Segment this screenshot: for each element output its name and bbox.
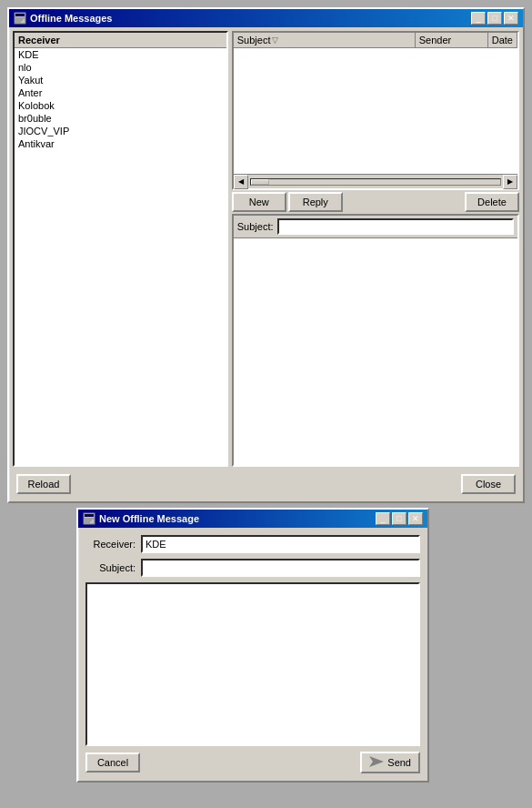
list-item[interactable]: br0uble [15, 112, 226, 125]
list-item[interactable]: Kolobok [15, 99, 226, 112]
dialog-minimize-button[interactable]: _ [376, 512, 390, 525]
dialog-window-icon [83, 512, 95, 525]
scroll-right-button[interactable]: ▶ [503, 175, 517, 189]
send-button-label: Send [387, 757, 411, 768]
main-titlebar-controls: _ □ ✕ [471, 12, 518, 25]
subject-label: Subject: [237, 221, 274, 232]
messages-table-container: Subject ▽ Sender Date ◀ [232, 31, 519, 190]
dialog-content: Receiver: Subject: Cancel Send [78, 528, 427, 781]
main-titlebar: Offline Messages _ □ ✕ [9, 9, 523, 27]
dialog-message-textarea[interactable] [85, 582, 420, 746]
svg-rect-1 [15, 14, 25, 16]
receiver-label: Receiver: [85, 539, 136, 550]
subject-row: Subject: [234, 216, 517, 238]
sender-header-label: Sender [419, 35, 451, 45]
window-icon [14, 12, 26, 25]
action-buttons: New Reply Delete [232, 192, 519, 212]
receiver-panel: Receiver KDE nlo Yakut Anter Kolobok br0… [13, 31, 228, 467]
dialog-title-bar-left: New Offline Message [83, 512, 199, 525]
date-header-label: Date [492, 35, 513, 45]
subject-filter-icon: ▽ [272, 35, 278, 45]
maximize-button[interactable]: □ [487, 12, 502, 25]
main-title-bar-left: Offline Messages [14, 12, 112, 25]
send-button[interactable]: Send [360, 752, 420, 773]
dialog-maximize-button[interactable]: □ [392, 512, 407, 525]
new-offline-message-dialog: New Offline Message _ □ ✕ Receiver: Subj… [76, 508, 429, 783]
list-item[interactable]: JIOCV_VIP [15, 125, 226, 137]
dialog-window-title: New Offline Message [99, 513, 199, 524]
list-item[interactable]: Antikvar [15, 137, 226, 150]
offline-messages-window: Offline Messages _ □ ✕ Receiver KDE nlo … [7, 7, 525, 503]
subject-column-header[interactable]: Subject ▽ [234, 33, 416, 47]
list-item[interactable]: KDE [15, 48, 226, 61]
top-section: Receiver KDE nlo Yakut Anter Kolobok br0… [13, 31, 519, 467]
scrollbar-track[interactable] [250, 178, 501, 186]
dialog-titlebar: New Offline Message _ □ ✕ [78, 510, 427, 528]
list-item[interactable]: Yakut [15, 74, 226, 86]
dialog-subject-input[interactable] [141, 559, 420, 577]
dialog-bottom-buttons: Cancel Send [85, 752, 420, 773]
compose-message-body [234, 238, 517, 465]
right-panel: Subject ▽ Sender Date ◀ [232, 31, 519, 467]
subject-header-label: Subject [237, 35, 271, 45]
reload-button[interactable]: Reload [16, 474, 71, 494]
messages-table-body [234, 48, 517, 174]
table-header: Subject ▽ Sender Date [234, 33, 517, 48]
send-icon [369, 756, 384, 769]
svg-rect-6 [85, 514, 94, 517]
dialog-close-button[interactable]: ✕ [408, 512, 423, 525]
bottom-buttons: Reload Close [13, 470, 519, 498]
subject-form-row: Subject: [85, 559, 420, 577]
dialog-titlebar-controls: _ □ ✕ [376, 512, 423, 525]
list-item[interactable]: nlo [15, 61, 226, 74]
compose-area: Subject: [232, 214, 519, 467]
receiver-input[interactable] [141, 535, 420, 553]
sender-column-header[interactable]: Sender [416, 33, 488, 47]
receiver-panel-header: Receiver [15, 33, 226, 48]
table-scrollbar[interactable]: ◀ ▶ [234, 174, 517, 188]
cancel-button[interactable]: Cancel [85, 752, 140, 773]
new-message-button[interactable]: New [232, 192, 286, 212]
reply-button[interactable]: Reply [288, 192, 343, 212]
main-window-title: Offline Messages [30, 13, 112, 24]
scrollbar-thumb[interactable] [251, 179, 269, 185]
receiver-list: KDE nlo Yakut Anter Kolobok br0uble JIOC… [15, 48, 226, 465]
close-button[interactable]: ✕ [504, 12, 518, 25]
dialog-subject-label: Subject: [85, 562, 136, 573]
svg-marker-10 [369, 756, 384, 767]
receiver-row: Receiver: [85, 535, 420, 553]
compose-subject-input[interactable] [277, 218, 515, 235]
close-main-button[interactable]: Close [461, 474, 516, 494]
delete-button[interactable]: Delete [465, 192, 519, 212]
main-content: Receiver KDE nlo Yakut Anter Kolobok br0… [9, 27, 523, 501]
date-column-header[interactable]: Date [488, 33, 517, 47]
minimize-button[interactable]: _ [471, 12, 486, 25]
list-item[interactable]: Anter [15, 86, 226, 99]
scroll-left-button[interactable]: ◀ [234, 175, 248, 189]
